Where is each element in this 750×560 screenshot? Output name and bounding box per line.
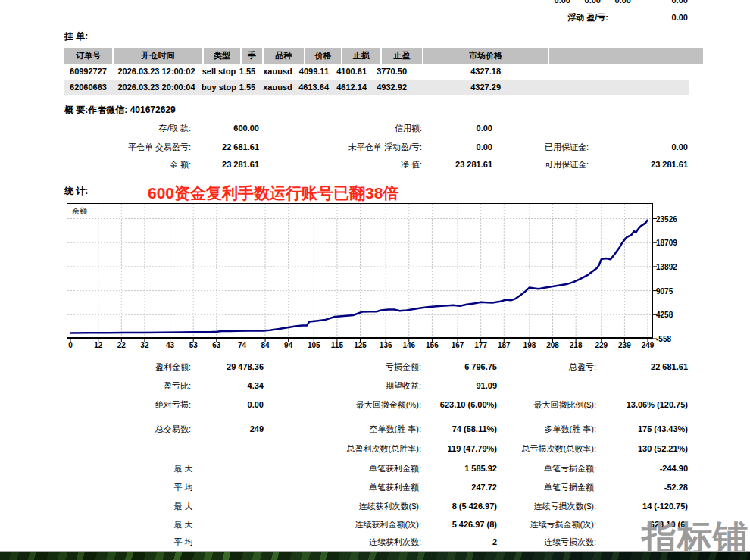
stat-value: 175 (43.43%): [602, 424, 688, 434]
cell: 4327.18: [411, 64, 536, 80]
balance-chart-svg: 余额: [67, 203, 659, 344]
stat-value: 0.00: [203, 400, 264, 410]
stat-label: 连续获利次数($):: [300, 502, 421, 512]
promo-banner: 600资金复利手数运行账号已翻38倍: [148, 183, 398, 204]
header-cell: 止盈: [380, 48, 422, 64]
summary-label: 存/取 款:: [64, 124, 191, 133]
summary-title-text: 概 要:: [64, 105, 88, 115]
floating-pl-label: 浮动 盈/亏:: [502, 13, 608, 23]
cell: [536, 80, 689, 95]
y-axis-label: 18709: [656, 239, 677, 247]
x-axis-label: 43: [159, 341, 182, 349]
summary-label: 净 值:: [301, 160, 422, 170]
summary-value: 23 281.61: [602, 160, 688, 170]
y-axis-label: 13892: [656, 263, 677, 271]
cell: xauusd: [258, 80, 298, 95]
cell: 4327.29: [411, 80, 536, 95]
stat-row-label: 平 均: [168, 537, 198, 547]
header-cell: 市场价格: [422, 48, 548, 64]
stat-label: 总交易数:: [85, 424, 191, 434]
stat-value: 247.72: [414, 483, 497, 493]
stat-label: 最大回撤比例($):: [486, 400, 596, 410]
x-axis-label: 146: [398, 341, 420, 349]
cell: 62060663: [64, 80, 112, 95]
x-axis-label: 218: [564, 341, 587, 349]
summary-value: 0.00: [409, 124, 492, 133]
x-axis-label: 229: [590, 341, 613, 349]
stat-value: 4.34: [203, 381, 264, 391]
author-note: 作者微信: 401672629: [88, 105, 175, 115]
header-cell: 止损: [341, 48, 380, 64]
header-cell: 订单号: [64, 48, 112, 64]
cell: 1.55: [237, 64, 258, 80]
stat-value: 74 (58.11%): [414, 424, 497, 434]
x-axis-label: 32: [133, 341, 156, 349]
stat-label: 连续亏损次数($):: [486, 502, 596, 512]
header-cell: 品种: [262, 48, 304, 64]
stat-value: 1 585.92: [414, 464, 497, 474]
cell: 4099.11: [298, 64, 333, 80]
summary-label: 信用额:: [301, 124, 422, 133]
x-axis-label: 12: [87, 341, 110, 349]
stat-row-label: 平 均: [168, 483, 198, 493]
stat-label: 总盈亏:: [486, 362, 596, 372]
stat-row-label: 最 大: [168, 464, 198, 474]
x-axis-label: 53: [182, 341, 205, 349]
truncated-value: 0.00: [635, 0, 688, 5]
stat-row-label: 最 大: [168, 502, 198, 512]
balance-chart: 余额: [67, 203, 659, 346]
x-axis-label: 156: [420, 341, 443, 349]
balance-curve: [70, 220, 648, 333]
table-header-row: 订单号开仓时间类型手品种价格止损止盈市场价格: [64, 48, 703, 64]
summary-label: 平仓单 交易盈亏:: [64, 142, 191, 152]
x-axis-label: 63: [205, 341, 228, 349]
stat-label: 总盈利次数(总胜率):: [300, 444, 421, 454]
summary-value: 0.00: [602, 142, 688, 152]
y-axis-label: 4258: [656, 311, 673, 319]
stat-value: 22 681.61: [602, 362, 688, 372]
stat-value: 91.09: [414, 381, 497, 391]
x-axis-label: 208: [542, 341, 564, 349]
header-cell: [548, 48, 703, 64]
summary-value: 22 681.61: [198, 142, 259, 152]
cell: 1.55: [237, 80, 258, 95]
cell: 60992727: [64, 64, 112, 80]
photo-strip: [0, 552, 750, 560]
x-axis-label: 0: [59, 341, 82, 349]
cell: 3770.50: [371, 64, 411, 80]
x-axis-label: 94: [277, 341, 300, 349]
account-statement-page: 浮动 盈/亏: 0.00 挂 单: 订单号开仓时间类型手品种价格止损止盈市场价格…: [0, 0, 750, 560]
chart-border: [67, 204, 653, 339]
stat-label: 连续亏损金额(次):: [486, 520, 596, 530]
stat-label: 亏损金额:: [300, 362, 421, 372]
stat-value: 14 (-120.75): [602, 502, 688, 512]
cell: buy stop: [201, 80, 237, 95]
stat-row-label: 最 大: [168, 520, 198, 530]
stat-value: 623.10 (6.00%): [414, 400, 497, 410]
x-axis-label: 167: [446, 341, 469, 349]
stat-value: 5 426.97 (8): [414, 520, 497, 530]
x-axis-label: 74: [230, 341, 253, 349]
cell: 4613.64: [298, 80, 333, 95]
stat-value: 8 (5 426.97): [414, 502, 497, 512]
stat-value: 249: [203, 424, 264, 434]
pending-orders-table: 订单号开仓时间类型手品种价格止损止盈市场价格609927272026.03.23…: [64, 48, 703, 95]
stat-label: 最大回撤金额(%):: [300, 400, 421, 410]
floating-pl-value: 0.00: [602, 13, 688, 23]
x-axis-label: 105: [302, 341, 325, 349]
x-axis-label: 198: [518, 341, 541, 349]
x-axis-label: 249: [636, 341, 659, 349]
header-cell: 开仓时间: [112, 48, 202, 64]
stat-value: 2: [414, 537, 497, 547]
truncated-value: 0.00: [586, 0, 631, 5]
x-axis-label: 84: [254, 341, 277, 349]
stat-label: 单笔获利金额:: [300, 464, 421, 474]
header-cell: 价格: [304, 48, 341, 64]
stat-value: 6 796.75: [414, 362, 497, 372]
summary-label: 可用保证金:: [479, 160, 589, 170]
x-axis-label: 187: [492, 341, 515, 349]
header-cell: 手: [240, 48, 262, 64]
watermark: 指标铺: [642, 520, 748, 555]
cell: xauusd: [258, 64, 298, 80]
header-cell: 类型: [202, 48, 240, 64]
